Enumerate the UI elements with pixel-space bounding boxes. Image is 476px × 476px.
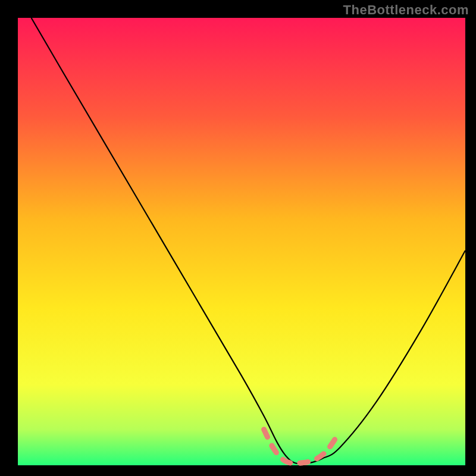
chart-frame: TheBottleneck.com (0, 0, 476, 476)
bottleneck-curve-chart (0, 0, 476, 476)
watermark-text: TheBottleneck.com (343, 2, 469, 18)
plot-area (18, 18, 465, 465)
